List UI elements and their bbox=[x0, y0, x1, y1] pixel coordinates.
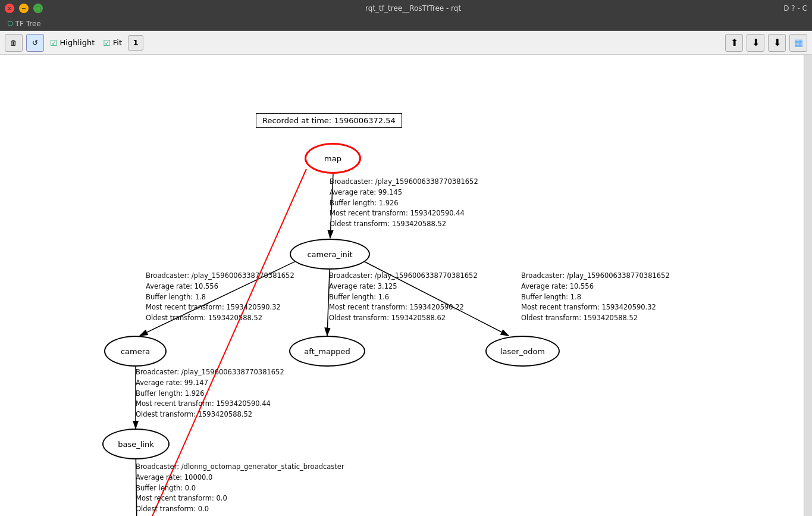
info-avg-rate: Average rate: 10000.0 bbox=[136, 473, 344, 483]
edge-info-base-link-rslidar: Broadcaster: /dlonng_octomap_generator_s… bbox=[136, 462, 344, 515]
node-camera-init-label: camera_init bbox=[307, 250, 352, 259]
refresh-icon: ↺ bbox=[32, 39, 38, 47]
download2-button[interactable]: ⬇ bbox=[768, 34, 786, 52]
info-avg-rate: Average rate: 99.145 bbox=[330, 187, 478, 198]
info-most-recent: Most recent transform: 1593420590.22 bbox=[329, 302, 478, 313]
highlight-check-icon: ☑ bbox=[50, 38, 58, 48]
download2-icon: ⬇ bbox=[773, 37, 781, 48]
info-oldest: Oldest transform: 1593420588.52 bbox=[330, 219, 478, 230]
node-camera-label: camera bbox=[121, 347, 150, 356]
highlight-label: Highlight bbox=[60, 38, 95, 47]
badge-counter: 1 bbox=[128, 35, 143, 51]
info-avg-rate: Average rate: 3.125 bbox=[329, 282, 478, 292]
node-map-label: map bbox=[324, 154, 341, 163]
image-button[interactable]: ▦ bbox=[789, 34, 807, 52]
info-most-recent: Most recent transform: 1593420590.44 bbox=[330, 208, 478, 219]
close-button[interactable]: ✕ bbox=[5, 4, 14, 13]
download1-icon: ⬇ bbox=[752, 37, 760, 48]
maximize-button[interactable]: □ bbox=[33, 4, 43, 13]
info-buffer-len: Buffer length: 0.0 bbox=[136, 483, 344, 494]
edge-info-camera-init-aft-mapped: Broadcaster: /play_1596006338770381652 A… bbox=[329, 271, 478, 324]
fit-check-icon: ☑ bbox=[103, 38, 111, 48]
info-most-recent: Most recent transform: 0.0 bbox=[136, 493, 344, 504]
info-oldest: Oldest transform: 1593420588.52 bbox=[146, 313, 294, 324]
info-avg-rate: Average rate: 10.556 bbox=[146, 282, 294, 292]
titlebar-right: D ? - C bbox=[783, 4, 807, 12]
node-laser-odom[interactable]: laser_odom bbox=[485, 336, 560, 367]
node-laser-odom-label: laser_odom bbox=[500, 347, 545, 356]
fit-label: Fit bbox=[113, 38, 122, 47]
node-aft-mapped[interactable]: aft_mapped bbox=[289, 336, 365, 367]
info-buffer-len: Buffer length: 1.6 bbox=[329, 292, 478, 303]
toolbar-right: ⬆ ⬇ ⬇ ▦ bbox=[725, 34, 807, 52]
node-camera[interactable]: camera bbox=[104, 336, 167, 367]
titlebar-right-label: D ? - C bbox=[783, 4, 807, 12]
edge-info-camera-init-camera: Broadcaster: /play_1596006338770381652 A… bbox=[146, 271, 294, 324]
info-buffer-len: Buffer length: 1.8 bbox=[146, 292, 294, 303]
recorded-time-label: Recorded at time: 1596006372.54 bbox=[262, 116, 396, 125]
upload-icon: ⬆ bbox=[731, 37, 738, 48]
info-broadcaster: Broadcaster: /play_1596006338770381652 bbox=[146, 271, 294, 282]
node-aft-mapped-label: aft_mapped bbox=[304, 347, 350, 356]
info-broadcaster: Broadcaster: /play_1596006338770381652 bbox=[521, 271, 670, 282]
info-buffer-len: Buffer length: 1.8 bbox=[521, 292, 670, 303]
upload-button[interactable]: ⬆ bbox=[725, 34, 743, 52]
edge-info-map-camera-init: Broadcaster: /play_1596006338770381652 A… bbox=[330, 177, 478, 230]
fit-checkbox[interactable]: ☑ Fit bbox=[101, 38, 124, 48]
edge-info-camera-base-link: Broadcaster: /play_1596006338770381652 A… bbox=[136, 367, 284, 420]
info-most-recent: Most recent transform: 1593420590.32 bbox=[146, 302, 294, 313]
toolbar: 🗑 ↺ ☑ Highlight ☑ Fit 1 ⬆ ⬇ ⬇ ▦ bbox=[0, 31, 812, 55]
scrollbar-vertical[interactable] bbox=[804, 55, 812, 516]
titlebar-controls: ✕ − □ bbox=[5, 4, 43, 13]
window-title: rqt_tf_tree__RosTfTree - rqt bbox=[365, 4, 461, 12]
info-most-recent: Most recent transform: 1593420590.44 bbox=[136, 399, 284, 409]
image-icon: ▦ bbox=[794, 37, 803, 48]
menu-tf-tree[interactable]: ⬡ TF Tree bbox=[2, 18, 46, 29]
delete-button[interactable]: 🗑 bbox=[5, 34, 23, 52]
node-map[interactable]: map bbox=[305, 143, 361, 174]
info-broadcaster: Broadcaster: /play_1596006338770381652 bbox=[136, 367, 284, 378]
refresh-button[interactable]: ↺ bbox=[26, 34, 44, 52]
info-buffer-len: Buffer length: 1.926 bbox=[136, 389, 284, 399]
info-broadcaster: Broadcaster: /play_1596006338770381652 bbox=[329, 271, 478, 282]
info-most-recent: Most recent transform: 1593420590.32 bbox=[521, 302, 670, 313]
info-buffer-len: Buffer length: 1.926 bbox=[330, 198, 478, 209]
menu-tf-tree-label: TF Tree bbox=[15, 20, 41, 28]
node-camera-init[interactable]: camera_init bbox=[290, 239, 370, 270]
titlebar: ✕ − □ rqt_tf_tree__RosTfTree - rqt D ? -… bbox=[0, 0, 812, 17]
ros-icon: ⬡ bbox=[7, 20, 13, 27]
edge-info-camera-init-laser-odom: Broadcaster: /play_1596006338770381652 A… bbox=[521, 271, 670, 324]
node-base-link[interactable]: base_link bbox=[102, 429, 170, 459]
download1-button[interactable]: ⬇ bbox=[747, 34, 764, 52]
info-oldest: Oldest transform: 1593420588.52 bbox=[521, 313, 670, 324]
menubar: ⬡ TF Tree bbox=[0, 17, 812, 31]
info-broadcaster: Broadcaster: /play_1596006338770381652 bbox=[330, 177, 478, 187]
info-avg-rate: Average rate: 99.147 bbox=[136, 378, 284, 389]
info-oldest: Oldest transform: 0.0 bbox=[136, 504, 344, 515]
info-avg-rate: Average rate: 10.556 bbox=[521, 282, 670, 292]
info-broadcaster: Broadcaster: /dlonng_octomap_generator_s… bbox=[136, 462, 344, 473]
delete-icon: 🗑 bbox=[10, 39, 17, 47]
minimize-button[interactable]: − bbox=[19, 4, 29, 13]
node-base-link-label: base_link bbox=[118, 440, 153, 449]
info-oldest: Oldest transform: 1593420588.52 bbox=[136, 409, 284, 420]
recorded-time-box: Recorded at time: 1596006372.54 bbox=[256, 113, 402, 128]
tf-tree-canvas[interactable]: Recorded at time: 1596006372.54 map Broa… bbox=[0, 55, 804, 516]
highlight-checkbox[interactable]: ☑ Highlight bbox=[48, 38, 97, 48]
info-oldest: Oldest transform: 1593420588.62 bbox=[329, 313, 478, 324]
